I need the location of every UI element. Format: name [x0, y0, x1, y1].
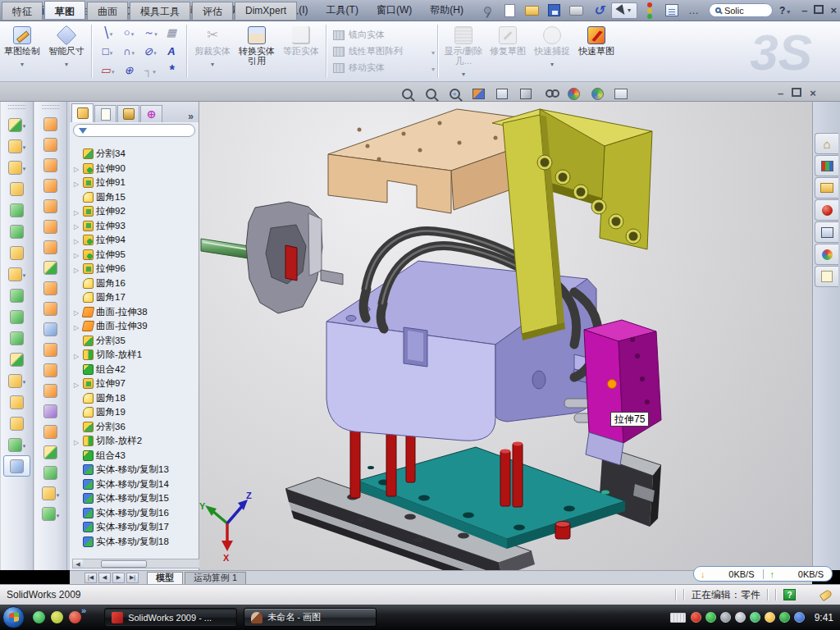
taskbar-window-button[interactable]: SolidWorks 2009 - ... [104, 608, 237, 627]
toolbar-button[interactable] [34, 258, 66, 278]
feature-tree-item[interactable]: 组合42 [70, 363, 183, 377]
feature-tree-item[interactable]: 拉伸93 [70, 219, 183, 234]
propertymanager-tab-icon[interactable] [94, 105, 116, 122]
menu-item[interactable]: 帮助(H) [422, 1, 472, 20]
viewport-tool-icon[interactable] [399, 86, 415, 101]
next-tab-icon[interactable]: ▶ [112, 573, 125, 583]
highlighted-extrude-block[interactable] [584, 320, 661, 465]
titlebar-tool-icon[interactable] [545, 2, 564, 19]
close-button[interactable]: × [830, 4, 837, 16]
viewport-tool-icon[interactable] [565, 86, 582, 101]
toolbar-button[interactable] [1, 327, 33, 349]
feature-tree-item[interactable]: 曲面-拉伸38 [70, 305, 183, 320]
doc-close-button[interactable]: × [810, 87, 816, 99]
menu-item[interactable]: 窗口(W) [368, 1, 420, 20]
feature-tree-item[interactable]: 分割34 [70, 147, 183, 162]
feature-tree-item[interactable]: 圆角19 [70, 405, 183, 420]
viewport-tool-icon[interactable] [541, 86, 558, 101]
feature-tree-item[interactable]: 实体-移动/复制15 [70, 491, 183, 506]
prev-tab-icon[interactable]: ◀ [98, 573, 111, 583]
toolbar-button[interactable] [34, 340, 66, 360]
expand-arrow-icon[interactable] [72, 321, 80, 332]
toolbar-button[interactable] [34, 401, 66, 422]
menu-item[interactable]: 工具(T) [318, 1, 367, 20]
sketch-tool-icon[interactable] [118, 42, 139, 61]
expand-arrow-icon[interactable] [72, 220, 80, 231]
viewport-tool-icon[interactable] [494, 86, 510, 101]
feature-tree-item[interactable]: 分割35 [70, 334, 183, 349]
feature-tree-item[interactable]: 切除-放样2 [70, 434, 183, 449]
scroll-thumb[interactable] [101, 560, 147, 568]
command-button[interactable]: 快速草图 [574, 21, 619, 81]
toolbar-button[interactable] [1, 114, 33, 135]
dimxpertmanager-tab-icon[interactable] [140, 105, 162, 122]
feature-tree-item[interactable]: 分割36 [70, 420, 183, 435]
titlebar-tool-icon[interactable] [611, 2, 637, 19]
expand-arrow-icon[interactable] [72, 162, 80, 174]
toolbar-button[interactable] [1, 157, 33, 178]
command-button[interactable]: 等距实体 [279, 21, 323, 81]
toolbar-button[interactable] [1, 199, 33, 221]
feature-tree-item[interactable]: 实体-移动/复制13 [70, 463, 183, 477]
toolbar-button[interactable] [1, 178, 33, 199]
tags-icon[interactable] [819, 588, 833, 600]
toolbar-button[interactable] [34, 135, 66, 155]
toolbar-button[interactable] [34, 319, 66, 340]
feature-tree-item[interactable]: 拉伸95 [70, 248, 183, 262]
exploded-mold-assembly[interactable]: Y Z X [199, 102, 812, 570]
toolbar-button[interactable] [1, 349, 33, 370]
toolbar-button[interactable] [34, 299, 66, 319]
restore-button[interactable] [814, 4, 824, 16]
tray-icon[interactable] [691, 612, 701, 623]
ribbon-tab[interactable]: 评估 [192, 2, 233, 20]
command-row-button[interactable]: 镜向实体 [330, 28, 435, 43]
titlebar-tool-icon[interactable] [478, 2, 498, 19]
task-pane-tab-icon[interactable] [815, 177, 838, 199]
titlebar-tool-icon[interactable] [589, 2, 609, 19]
viewport-tool-icon[interactable] [589, 86, 605, 101]
toolbar-button[interactable] [1, 242, 33, 263]
feature-tree-item[interactable]: 拉伸97 [70, 377, 183, 391]
feature-tree-item[interactable]: 切除-放样1 [70, 348, 183, 363]
feature-tree-item[interactable]: 拉伸94 [70, 233, 183, 248]
feature-tree-item[interactable]: 拉伸91 [70, 176, 183, 190]
scroll-left-icon[interactable]: ◀ [73, 559, 83, 568]
feature-tree-item[interactable]: 圆角17 [70, 290, 183, 305]
toolbar-button[interactable] [1, 391, 33, 413]
expand-arrow-icon[interactable] [72, 177, 80, 189]
toolbar-button[interactable] [3, 455, 30, 477]
sketch-tool-icon[interactable] [97, 42, 118, 61]
toolbar-button[interactable] [34, 114, 66, 135]
expand-arrow-icon[interactable] [72, 235, 80, 246]
help-menu[interactable]: ? [779, 5, 790, 16]
ribbon-tab[interactable]: 特征 [2, 2, 43, 20]
ribbon-tab[interactable]: DimXpert [235, 2, 297, 20]
toolbar-button[interactable] [1, 306, 33, 327]
sketch-tool-icon[interactable] [139, 23, 161, 42]
toolbar-button[interactable] [1, 285, 33, 306]
sketch-tool-icon[interactable] [118, 23, 139, 42]
sketch-tool-icon[interactable] [118, 61, 139, 80]
expand-arrow-icon[interactable] [72, 306, 80, 317]
expand-arrow-icon[interactable] [72, 349, 80, 361]
command-row-button[interactable]: 移动实体 [330, 61, 435, 75]
feature-tree-item[interactable]: 拉伸96 [70, 262, 183, 276]
expand-arrow-icon[interactable] [72, 436, 80, 447]
featuremanager-tab-icon[interactable] [71, 103, 94, 122]
sketch-tool-icon[interactable] [139, 42, 161, 61]
quick-launch-icon[interactable] [33, 611, 45, 623]
sketch-tool-icon[interactable] [97, 23, 118, 42]
feature-tree-item[interactable]: 实体-移动/复制18 [70, 535, 183, 550]
search-input[interactable]: Solic [709, 3, 773, 17]
toolbar-button[interactable] [34, 278, 66, 299]
expand-arrow-icon[interactable] [72, 263, 80, 275]
task-pane-tab-icon[interactable] [815, 155, 838, 176]
quick-launch-chevron[interactable]: » [81, 605, 86, 615]
feature-tree-item[interactable]: 曲面-拉伸39 [70, 319, 183, 334]
quick-tips-icon[interactable]: ? [783, 589, 796, 600]
sketch-tool-icon[interactable] [161, 42, 182, 61]
toolbar-button[interactable] [1, 434, 33, 455]
tray-icon[interactable] [765, 612, 775, 623]
toolbar-button[interactable] [34, 381, 66, 401]
task-pane-tab-icon[interactable] [815, 221, 838, 243]
